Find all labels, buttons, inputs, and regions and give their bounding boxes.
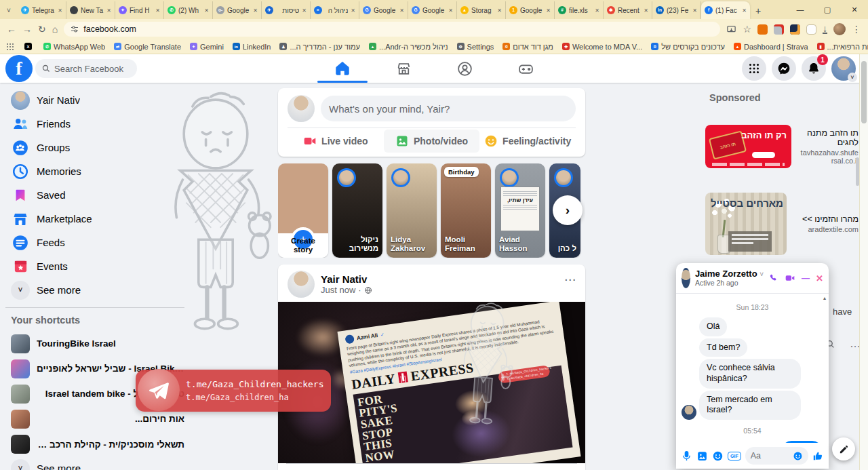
browser-tab[interactable]: 1 Google ✕	[506, 1, 555, 19]
browser-tab[interactable]: f (1) Fac ✕	[701, 1, 750, 19]
bookmark-item[interactable]: ▲ Dashboard | Strava	[734, 43, 808, 51]
scrollbar-thumb[interactable]	[861, 61, 867, 123]
tab-close-icon[interactable]: ✕	[302, 7, 307, 14]
story-card[interactable]: עידן שתיו, Aviad Hasson	[495, 163, 545, 258]
bookmark-item[interactable]: X	[24, 43, 35, 50]
ad-title[interactable]: מהרו והזמינו >>	[793, 214, 859, 224]
browser-tab[interactable]: ✆ (2) Wh ✕	[164, 1, 213, 19]
url-text[interactable]: facebook.com	[83, 24, 136, 34]
browser-tab[interactable]: ✈ Telegra ✕	[18, 1, 66, 19]
browser-tab[interactable]: in (23) Fe ✕	[652, 1, 701, 19]
menu-grid-button[interactable]	[742, 56, 766, 81]
shortcuts-see-more[interactable]: ˅ See more	[5, 456, 190, 470]
bookmark-item[interactable]: ⇄ Google Translate	[114, 43, 181, 51]
browser-tab[interactable]: ✦ Find H ✕	[115, 1, 164, 19]
tab-close-icon[interactable]: ✕	[253, 7, 258, 14]
bookmark-item[interactable]: ⚙ Settings	[457, 43, 494, 51]
feeling-activity-button[interactable]: Feeling/activity	[479, 130, 576, 153]
extension-icon[interactable]	[774, 24, 784, 35]
profile-avatar[interactable]	[831, 56, 856, 81]
tab-gaming[interactable]	[495, 54, 556, 83]
gif-icon[interactable]: GIF	[728, 452, 741, 461]
story-card[interactable]: + Create story	[278, 163, 328, 258]
window-restore-icon[interactable]: ▢	[814, 1, 841, 18]
tab-close-icon[interactable]: ✕	[497, 7, 502, 14]
downloads-icon[interactable]: ↓	[823, 24, 827, 35]
browser-tab[interactable]: o- Google ✕	[213, 1, 262, 19]
tab-close-icon[interactable]: ✕	[546, 7, 551, 14]
composer-input[interactable]: What's on your mind, Yair?	[321, 96, 576, 121]
bookmark-item[interactable]: ▲ ניהול מכשיר ה-Andr...	[369, 43, 448, 51]
tab-close-icon[interactable]: ✕	[644, 7, 648, 14]
sidebar-item-groups[interactable]: Groups	[5, 136, 190, 159]
notifications-button[interactable]: 1	[802, 56, 826, 81]
sidebar-item-friends[interactable]: Friends	[5, 112, 190, 136]
photo-video-button[interactable]: Photo/video	[384, 130, 480, 153]
story-card[interactable]: Lidya Zakharov	[387, 163, 437, 258]
voice-clip-icon[interactable]	[681, 450, 692, 462]
address-bar[interactable]: facebook.com	[64, 22, 720, 37]
sidebar-item-memories[interactable]: Memories	[5, 159, 190, 183]
messenger-button[interactable]	[772, 56, 796, 81]
new-message-fab[interactable]	[832, 437, 855, 461]
tab-close-icon[interactable]: ✕	[448, 7, 453, 14]
browser-menu-icon[interactable]: ⋮	[852, 24, 861, 34]
browser-tab[interactable]: New Ta ✕	[66, 1, 115, 19]
sponsored-ad[interactable]: מארחים בסטייל מהרו והזמינו >> aradtextil…	[697, 193, 860, 255]
post-author-avatar[interactable]	[288, 271, 315, 298]
browser-tab[interactable]: ≡ ניהול ה ✕	[311, 1, 359, 19]
tab-close-icon[interactable]: ✕	[742, 7, 747, 14]
extension-megaphone-icon[interactable]	[757, 24, 768, 35]
window-close-icon[interactable]: ✕	[841, 1, 868, 18]
reload-icon[interactable]: ↻	[38, 24, 46, 34]
tab-close-icon[interactable]: ✕	[595, 7, 599, 14]
bookmark-item[interactable]: ✦ Gemini	[190, 43, 224, 51]
video-call-icon[interactable]	[785, 273, 795, 283]
stories-next-button[interactable]: ›	[553, 195, 583, 225]
story-card[interactable]: Birthday Mooli Freiman	[441, 163, 491, 258]
browser-profile-avatar[interactable]	[833, 23, 846, 35]
tab-groups[interactable]	[434, 54, 495, 83]
avatar[interactable]	[288, 95, 315, 122]
tab-marketplace[interactable]	[373, 54, 434, 83]
extension-icon[interactable]	[790, 24, 800, 35]
emoji-icon[interactable]	[793, 451, 803, 461]
tab-close-icon[interactable]: ✕	[155, 7, 160, 14]
bookmark-item[interactable]: in LinkedIn	[233, 43, 271, 51]
tab-close-icon[interactable]: ✕	[58, 7, 62, 14]
sidebar-item-saved[interactable]: Saved	[5, 183, 190, 207]
thumbs-up-icon[interactable]	[812, 450, 824, 462]
browser-tab[interactable]: G Google ✕	[408, 1, 457, 19]
tab-close-icon[interactable]: ✕	[106, 7, 111, 14]
browser-tab[interactable]: ✈ טיסות ✕	[262, 1, 311, 19]
sidebar-item-feeds[interactable]: Feeds	[5, 231, 190, 254]
tab-close-icon[interactable]: ✕	[692, 7, 697, 14]
page-scrollbar[interactable]	[859, 54, 868, 470]
send-to-device-icon[interactable]	[726, 24, 736, 35]
post-menu-icon[interactable]: ⋯	[564, 273, 576, 287]
photo-attach-icon[interactable]	[696, 450, 708, 462]
bookmark-item[interactable]: ✡ עדכונים בקורסים של	[651, 43, 725, 51]
chat-text-input[interactable]: Aa	[745, 447, 808, 465]
bookmark-item[interactable]: ▮ ההסתדרות הרפואית...	[817, 43, 868, 51]
story-card[interactable]: ניקול מנשירוב	[332, 163, 382, 258]
voice-call-icon[interactable]	[768, 273, 778, 283]
browser-tab[interactable]: # file.xls ✕	[555, 1, 604, 19]
sidebar-item-marketplace[interactable]: Marketplace	[5, 207, 190, 231]
sponsored-ad[interactable]: תו הזהב רק תו הזהב תו הזהב מתנה לחגים ta…	[697, 125, 860, 168]
facebook-logo[interactable]: f	[5, 55, 33, 82]
browser-tab[interactable]: ▲ Storag ✕	[457, 1, 506, 19]
bookmark-item[interactable]: ✚ Welcome to MDA V...	[562, 43, 642, 51]
back-icon[interactable]: ←	[7, 24, 16, 34]
sticker-icon[interactable]	[712, 450, 724, 462]
home-icon[interactable]: ⌂	[52, 24, 58, 34]
tab-close-icon[interactable]: ✕	[399, 7, 404, 14]
bookmark-item[interactable]: ♟ עמוד ענן - המדריך ה...	[279, 43, 360, 51]
extensions-puzzle-icon[interactable]	[806, 24, 816, 35]
shortcut-item[interactable]: תשאלי מוסכניק/ית - קהילת הרכב של ישראל 🚗	[5, 431, 190, 456]
chat-minimize-icon[interactable]: —	[802, 273, 810, 283]
window-minimize-icon[interactable]: —	[787, 1, 814, 18]
chat-close-icon[interactable]: ✕	[816, 273, 823, 283]
site-info-icon[interactable]	[71, 25, 79, 33]
sidebar-item-events[interactable]: Events	[5, 254, 190, 278]
